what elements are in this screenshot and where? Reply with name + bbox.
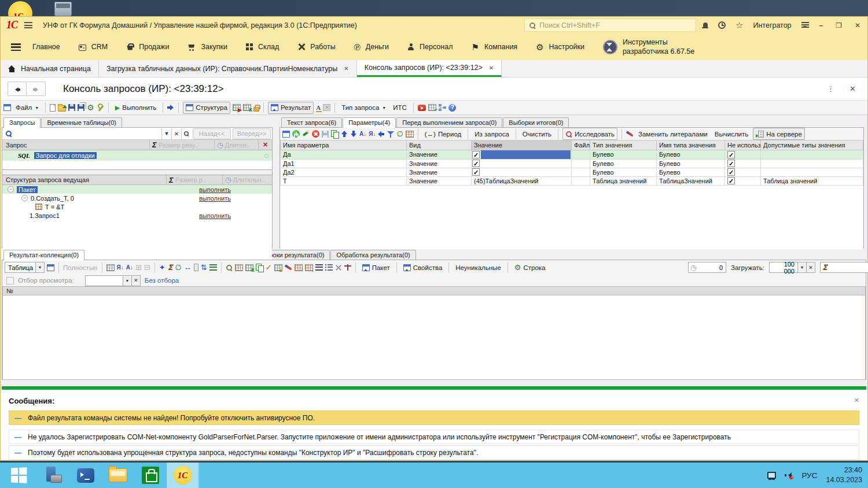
- clock[interactable]: 23:4014.03.2023: [826, 465, 862, 485]
- tools-icon[interactable]: [97, 104, 104, 112]
- search-clear-icon[interactable]: ✕: [171, 128, 181, 139]
- view-type-combo[interactable]: Таблица▼: [5, 262, 45, 273]
- packet-button[interactable]: Пакет: [360, 261, 392, 273]
- search-go-icon[interactable]: [181, 128, 191, 139]
- tab-queries[interactable]: Запросы: [3, 117, 41, 128]
- query-type-button[interactable]: Тип запроса▼: [339, 102, 388, 114]
- param-row-da2[interactable]: Да2 Значение ✓ Булево Булево ✓: [281, 168, 863, 176]
- structure-toggle-button[interactable]: Структура: [183, 102, 230, 114]
- filter-combo[interactable]: ▼✕: [85, 275, 141, 286]
- run-node-link[interactable]: выполнить: [199, 186, 231, 193]
- query-search-input[interactable]: [15, 129, 161, 139]
- filter-checkbox[interactable]: [6, 277, 14, 284]
- tree-node-paket[interactable]: − Пакет выполнить: [2, 185, 272, 194]
- tab-before-run[interactable]: Перед выполнением запроса(0): [396, 117, 502, 127]
- row-button[interactable]: ⚙Строка: [512, 261, 548, 273]
- run-button[interactable]: ▶Выполнить: [113, 102, 159, 114]
- help-icon[interactable]: [448, 104, 456, 112]
- menu-crm[interactable]: CRM: [79, 43, 108, 51]
- marker-icon[interactable]: [285, 264, 292, 271]
- scales-icon[interactable]: [344, 264, 351, 271]
- param-row-t[interactable]: Т Значение (45)ТаблицаЗначений Таблица з…: [281, 176, 863, 185]
- tab-close-icon[interactable]: ✕: [344, 65, 348, 72]
- menu-raboty[interactable]: Работы: [297, 43, 335, 51]
- save-as-icon[interactable]: [78, 104, 84, 111]
- unused-checkbox[interactable]: ✓: [727, 151, 735, 158]
- file-menu-button[interactable]: Файл▼: [13, 102, 41, 114]
- form-settings-icon[interactable]: [47, 264, 54, 271]
- no-filter-link[interactable]: Без отбора: [145, 277, 179, 284]
- tab-home[interactable]: Начальная страница: [1, 60, 99, 77]
- message-item[interactable]: —Поэтому будет использована упрощенная с…: [9, 445, 859, 460]
- main-menu-icon[interactable]: [24, 22, 32, 28]
- sort-az-icon[interactable]: А↓: [359, 131, 366, 137]
- grid-icon[interactable]: [106, 264, 115, 271]
- unused-checkbox[interactable]: ✓: [727, 168, 735, 176]
- powershell-icon[interactable]: [69, 463, 102, 488]
- language-indicator[interactable]: РУС: [801, 471, 817, 480]
- result-grid[interactable]: [2, 295, 866, 380]
- maximize-button[interactable]: ❒: [836, 21, 842, 29]
- message-item[interactable]: —Не удалось Зарегистрировать COM-Net-ком…: [9, 430, 859, 444]
- query-row[interactable]: SQL Запрос для отладки: [2, 150, 272, 161]
- tab-temp-tables[interactable]: Временные таблицы(0): [41, 117, 122, 127]
- tab-result-collection[interactable]: Результат-коллекция(0): [3, 250, 84, 260]
- replace-icon[interactable]: [626, 131, 634, 138]
- tab-result-processing[interactable]: Обработка результата(0): [330, 250, 415, 260]
- sort-az-icon[interactable]: А↓: [126, 264, 133, 271]
- merge-icon[interactable]: [256, 264, 263, 271]
- new-query-icon[interactable]: [50, 104, 56, 112]
- lock-icon[interactable]: [253, 107, 259, 112]
- 1c-app-icon[interactable]: 1С: [167, 463, 199, 488]
- delete-icon[interactable]: [312, 130, 319, 138]
- run-node-link[interactable]: выполнить: [199, 195, 231, 202]
- copy-icon[interactable]: [331, 130, 339, 138]
- table-red-icon[interactable]: [235, 264, 243, 271]
- service-menu-icon[interactable]: [801, 22, 809, 28]
- move-left-icon[interactable]: [378, 131, 385, 138]
- tree-node-query1[interactable]: 1.Запрос1 выполнить: [2, 211, 272, 220]
- step-icon[interactable]: [167, 104, 174, 111]
- move-down-icon[interactable]: [350, 130, 357, 138]
- from-query-button[interactable]: Из запроса: [472, 128, 512, 140]
- tab-close-icon[interactable]: ✕: [489, 65, 494, 71]
- value-checkbox[interactable]: ✓: [472, 151, 480, 158]
- menu-glavnoe[interactable]: Главное: [32, 43, 60, 51]
- param-row-da1[interactable]: Да1 Значение ✓ Булево Булево ✓: [281, 159, 863, 168]
- settings-gear-icon[interactable]: ⚙: [87, 104, 94, 112]
- properties-button[interactable]: Свойства: [401, 261, 445, 273]
- empty-icon[interactable]: ∅: [175, 264, 182, 271]
- unused-checkbox[interactable]: ✓: [727, 177, 735, 184]
- move-up-icon[interactable]: [341, 130, 348, 138]
- its-button[interactable]: ИТС: [391, 102, 409, 114]
- history-icon[interactable]: [718, 21, 726, 29]
- explore-button[interactable]: Исследовать: [562, 128, 617, 140]
- favorites-icon[interactable]: ☆: [735, 21, 743, 29]
- menu-kompaniya[interactable]: ⚑Компания: [471, 43, 517, 51]
- menu-dev-tools[interactable]: Инструментыразработчика 6.67.5е: [603, 38, 694, 57]
- close-button[interactable]: ✕: [855, 21, 860, 29]
- forward-button[interactable]: [27, 82, 46, 96]
- minimize-button[interactable]: –: [819, 21, 823, 29]
- edit-icon[interactable]: [302, 130, 310, 138]
- back-link[interactable]: Назад<<: [193, 128, 231, 139]
- table-icon[interactable]: [406, 131, 414, 138]
- param-row-da[interactable]: Да Значение ✓ Булево Булево ✓: [281, 150, 863, 159]
- cancel-icon[interactable]: ✕: [263, 141, 268, 149]
- open-file-icon[interactable]: [58, 105, 66, 112]
- search-table-icon[interactable]: [226, 264, 233, 271]
- chart-table-icon[interactable]: ▲: [274, 264, 282, 271]
- menu-nastroyki[interactable]: ⚙Настройки: [536, 43, 584, 51]
- value-checkbox[interactable]: ✓: [472, 168, 480, 176]
- menu-personal[interactable]: Персонал: [407, 43, 453, 51]
- on-server-button[interactable]: На сервере: [753, 128, 805, 140]
- hierarchy-icon[interactable]: [439, 104, 446, 111]
- more-menu-icon[interactable]: ⋮: [827, 84, 834, 93]
- network-icon[interactable]: [767, 472, 776, 479]
- tab-query-text[interactable]: Текст запроса(6): [281, 117, 342, 127]
- store-icon[interactable]: [134, 463, 167, 488]
- recycle-bin-icon[interactable]: [54, 2, 72, 16]
- period-button[interactable]: (↔)Период: [422, 128, 464, 140]
- forward-link[interactable]: Вперед>>: [233, 128, 271, 139]
- cols-icon[interactable]: [325, 264, 333, 271]
